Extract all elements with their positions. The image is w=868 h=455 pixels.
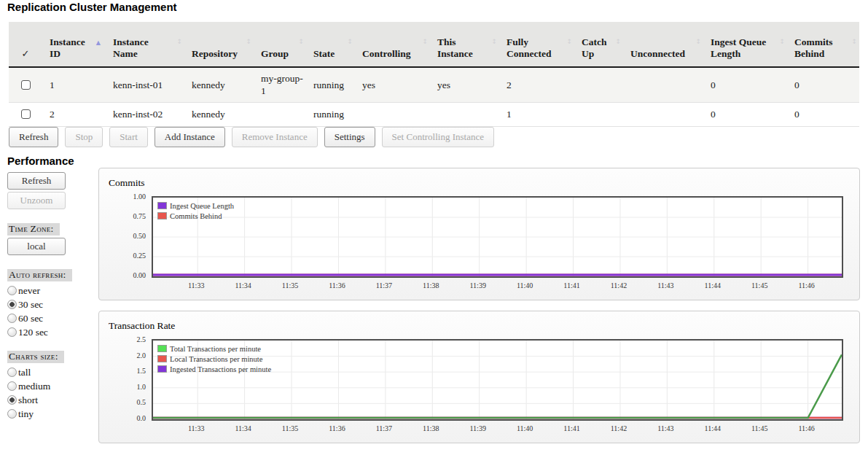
auto-refresh-label: Auto refresh: bbox=[7, 269, 72, 281]
start-button[interactable]: Start bbox=[109, 127, 148, 147]
col-header-this-instance[interactable]: This Instance↕ bbox=[430, 22, 499, 67]
performance-sidebar: Refresh Unzoom Time Zone: local Auto ref… bbox=[7, 172, 98, 422]
add-instance-button[interactable]: Add Instance bbox=[155, 127, 225, 147]
charts-size-option-short[interactable]: short bbox=[7, 394, 98, 406]
x-axis-tick-label: 11:38 bbox=[418, 424, 444, 432]
col-header-state[interactable]: State↕ bbox=[306, 22, 355, 67]
cell-ingest-queue-length: 0 bbox=[703, 67, 787, 102]
refresh-button[interactable]: Refresh bbox=[9, 127, 58, 147]
cell-commits-behind: 0 bbox=[787, 67, 859, 102]
row-select-cell bbox=[9, 102, 42, 126]
x-axis-tick-label: 11:34 bbox=[230, 424, 257, 432]
charts-size-option-tall[interactable]: tall bbox=[7, 367, 98, 378]
radio-button[interactable] bbox=[7, 314, 17, 323]
x-axis-tick-label: 11:46 bbox=[794, 281, 820, 289]
cell-fully-connected: 1 bbox=[499, 102, 574, 126]
legend-swatch-icon bbox=[157, 202, 167, 209]
x-axis-tick-label: 11:42 bbox=[606, 424, 632, 432]
legend-label: Ingest Queue Length bbox=[170, 202, 234, 210]
legend-swatch-icon bbox=[157, 212, 167, 219]
legend-swatch-icon bbox=[157, 355, 167, 362]
legend-label: Total Transactions per minute bbox=[170, 345, 261, 353]
y-axis-tick-label: 0.50 bbox=[99, 232, 146, 240]
x-axis-tick-label: 11:40 bbox=[512, 424, 538, 432]
y-axis-tick-label: 0.75 bbox=[99, 212, 146, 220]
col-header-catch-up[interactable]: Catch Up↕ bbox=[574, 22, 623, 67]
radio-button[interactable] bbox=[7, 300, 17, 309]
x-axis-tick-label: 11:37 bbox=[371, 424, 397, 432]
select-all-column-header[interactable]: ✓ bbox=[9, 22, 42, 67]
auto-refresh-option-never[interactable]: never bbox=[7, 285, 98, 297]
radio-button[interactable] bbox=[7, 381, 17, 391]
col-header-fully-connected[interactable]: Fully Connected↕ bbox=[499, 22, 574, 67]
x-axis-tick-label: 11:41 bbox=[559, 281, 585, 289]
auto-refresh-option-120sec[interactable]: 120 sec bbox=[7, 327, 98, 338]
y-axis-tick-label: 2.5 bbox=[99, 335, 146, 343]
cell-group bbox=[254, 102, 306, 126]
legend-item: Ingested Transactions per minute bbox=[157, 365, 271, 375]
radio-button[interactable] bbox=[7, 409, 17, 419]
x-axis-tick-label: 11:45 bbox=[746, 281, 773, 289]
instance-toolbar: Refresh Stop Start Add Instance Remove I… bbox=[9, 127, 498, 147]
instance-table-wrap: ✓ Instance ID▲ Instance Name↕ Repository… bbox=[9, 22, 859, 127]
row-select-checkbox[interactable] bbox=[21, 109, 31, 119]
cell-instance-id: 2 bbox=[42, 102, 106, 126]
col-header-ingest-queue-length[interactable]: Ingest Queue Length↕ bbox=[703, 22, 787, 67]
radio-button[interactable] bbox=[7, 395, 17, 405]
sort-icon: ↕ bbox=[491, 36, 497, 47]
y-axis-tick-label: 1.00 bbox=[99, 192, 146, 201]
unzoom-button[interactable]: Unzoom bbox=[7, 192, 66, 209]
x-axis-tick-label: 11:35 bbox=[277, 281, 303, 289]
instance-table: ✓ Instance ID▲ Instance Name↕ Repository… bbox=[9, 22, 859, 127]
x-axis-tick-label: 11:36 bbox=[324, 424, 350, 432]
cell-commits-behind: 0 bbox=[787, 102, 859, 126]
cell-group: my-group-1 bbox=[254, 67, 306, 102]
cell-instance-name: kenn-inst-02 bbox=[106, 102, 184, 126]
radio-button[interactable] bbox=[7, 368, 17, 377]
charts-size-option-tiny[interactable]: tiny bbox=[7, 408, 98, 420]
remove-instance-button[interactable]: Remove Instance bbox=[232, 127, 318, 147]
col-header-controlling[interactable]: Controlling↕ bbox=[355, 22, 430, 67]
col-header-instance-name[interactable]: Instance Name↕ bbox=[106, 22, 184, 67]
timezone-button[interactable]: local bbox=[7, 238, 66, 255]
col-header-group[interactable]: Group↕ bbox=[254, 22, 306, 67]
replication-cluster-management-screen: Replication Cluster Management ✓ Instanc… bbox=[0, 0, 868, 455]
chart-title: Transaction Rate bbox=[109, 320, 175, 332]
chart-refresh-button[interactable]: Refresh bbox=[7, 172, 66, 190]
page-title: Replication Cluster Management bbox=[7, 1, 177, 13]
x-axis-tick-label: 11:36 bbox=[324, 281, 350, 289]
row-select-cell bbox=[9, 67, 42, 102]
legend-item: Local Transactions per minute bbox=[157, 354, 271, 365]
radio-button[interactable] bbox=[7, 327, 17, 337]
legend-label: Local Transactions per minute bbox=[170, 355, 262, 363]
plot-area[interactable] bbox=[152, 196, 843, 278]
x-axis-tick-label: 11:43 bbox=[652, 424, 679, 432]
col-header-unconnected[interactable]: Unconnected↕ bbox=[623, 22, 703, 67]
radio-button[interactable] bbox=[7, 286, 17, 295]
legend-item: Total Transactions per minute bbox=[157, 344, 271, 354]
settings-button[interactable]: Settings bbox=[324, 127, 375, 147]
cell-repository: kennedy bbox=[184, 102, 254, 126]
col-header-instance-id[interactable]: Instance ID▲ bbox=[42, 22, 106, 67]
auto-refresh-option-60sec[interactable]: 60 sec bbox=[7, 313, 98, 324]
x-axis-tick-label: 11:44 bbox=[700, 424, 726, 432]
col-header-repository[interactable]: Repository↕ bbox=[184, 22, 254, 67]
y-axis-tick-label: 1.0 bbox=[99, 383, 146, 391]
charts-size-label: Charts size: bbox=[7, 351, 64, 363]
cell-this-instance bbox=[430, 102, 499, 126]
set-controlling-instance-button[interactable]: Set Controlling Instance bbox=[382, 127, 494, 147]
col-header-commits-behind[interactable]: Commits Behind↕ bbox=[787, 22, 859, 67]
stop-button[interactable]: Stop bbox=[65, 127, 103, 147]
auto-refresh-option-30sec[interactable]: 30 sec bbox=[7, 299, 98, 311]
transaction-rate-chart-panel: Transaction Rate 0.00.51.01.52.02.511:33… bbox=[98, 311, 860, 443]
legend-swatch-icon bbox=[157, 365, 167, 373]
sort-icon: ↕ bbox=[298, 36, 304, 47]
legend-label: Ingested Transactions per minute bbox=[170, 365, 271, 373]
cell-repository: kennedy bbox=[184, 67, 254, 102]
sort-icon: ↕ bbox=[615, 36, 621, 47]
charts-size-option-medium[interactable]: medium bbox=[7, 381, 98, 392]
row-select-checkbox[interactable] bbox=[21, 80, 31, 90]
x-axis-tick-label: 11:42 bbox=[606, 281, 632, 289]
x-axis-tick-label: 11:46 bbox=[794, 424, 820, 432]
y-axis-tick-label: 0.5 bbox=[99, 398, 146, 406]
